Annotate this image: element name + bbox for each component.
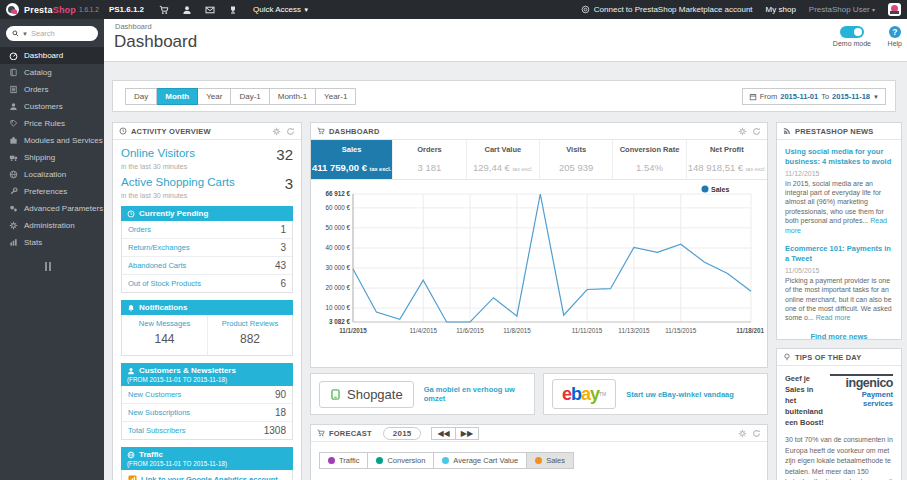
notification-header[interactable]: Product Reviews bbox=[207, 315, 292, 330]
trophy-icon[interactable] bbox=[228, 5, 238, 15]
kpi-sales[interactable]: Sales411 759,00 € tax excl. bbox=[311, 140, 392, 179]
avatar[interactable] bbox=[888, 3, 901, 16]
svg-text:60 000 €: 60 000 € bbox=[325, 204, 350, 211]
demo-mode-toggle[interactable] bbox=[840, 26, 864, 38]
prestashop-logo[interactable] bbox=[6, 3, 19, 16]
sidebar-item-advanced-parameters[interactable]: Advanced Parameters bbox=[0, 200, 104, 217]
row-label[interactable]: Return/Exchanges bbox=[128, 243, 190, 252]
customers-icon[interactable] bbox=[182, 5, 192, 15]
gear-icon bbox=[9, 221, 18, 230]
sidebar-item-label: Stats bbox=[24, 238, 42, 247]
sidebar-item-catalog[interactable]: Catalog bbox=[0, 64, 104, 81]
list-item[interactable]: New Customers90 bbox=[122, 386, 292, 404]
kpi-value: 148 918,51 € tax excl. bbox=[688, 162, 766, 173]
sidebar-item-stats[interactable]: Stats bbox=[0, 234, 104, 251]
prestashop-news-panel: PRESTASHOP NEWS Using social media for y… bbox=[776, 122, 902, 340]
row-label[interactable]: Out of Stock Products bbox=[128, 279, 201, 288]
gear-icon[interactable] bbox=[738, 127, 747, 136]
sidebar-item-modules-and-services[interactable]: Modules and Services bbox=[0, 132, 104, 149]
list-item[interactable]: Return/Exchanges3 bbox=[122, 239, 292, 257]
my-shop-link[interactable]: My shop bbox=[766, 5, 796, 14]
gear-icon[interactable] bbox=[272, 127, 281, 136]
help-icon[interactable]: ? bbox=[889, 26, 901, 38]
row-label[interactable]: New Subscriptions bbox=[128, 408, 190, 417]
row-label[interactable]: Orders bbox=[128, 225, 151, 234]
list-item[interactable]: New Subscriptions18 bbox=[122, 404, 292, 422]
range-button-year-1[interactable]: Year-1 bbox=[316, 88, 356, 105]
breadcrumb[interactable]: Dashboard bbox=[115, 22, 152, 31]
range-button-day-1[interactable]: Day-1 bbox=[231, 88, 269, 105]
refresh-icon[interactable] bbox=[286, 127, 295, 136]
shopgate-ad-link[interactable]: Ga mobiel en verhoog uw omzet bbox=[424, 385, 526, 403]
messages-icon[interactable] bbox=[205, 5, 215, 15]
sidebar-item-preferences[interactable]: Preferences bbox=[0, 183, 104, 200]
user-menu[interactable]: PrestaShop User ▾ bbox=[809, 5, 875, 14]
article-date: 11/12/2015 bbox=[785, 170, 893, 177]
sidebar-item-price-rules[interactable]: Price Rules bbox=[0, 115, 104, 132]
list-item[interactable]: Abandoned Carts43 bbox=[122, 257, 292, 275]
marketplace-link[interactable]: Connect to PrestaShop Marketplace accoun… bbox=[581, 5, 753, 14]
chevron-down-icon[interactable]: ▼ bbox=[22, 31, 28, 37]
kpi-conversion-rate[interactable]: Conversion Rate1.54% bbox=[612, 140, 685, 179]
sidebar-collapse-button[interactable] bbox=[45, 262, 104, 271]
range-button-year[interactable]: Year bbox=[198, 88, 231, 105]
shopgate-ad-panel: Shopgate Ga mobiel en verhoog uw omzet bbox=[310, 373, 535, 415]
sidebar-search[interactable]: ▼ bbox=[6, 26, 98, 41]
row-label[interactable]: New Customers bbox=[128, 390, 181, 399]
stat-label[interactable]: Online Visitors bbox=[121, 147, 195, 159]
notification-header[interactable]: New Messages bbox=[122, 315, 207, 330]
sidebar-item-customers[interactable]: Customers bbox=[0, 98, 104, 115]
gears-icon bbox=[9, 204, 18, 213]
forecast-panel: FORECAST 2015 ◀◀ ▶▶ TrafficConversionAve… bbox=[310, 424, 768, 480]
help-label: Help bbox=[888, 40, 902, 47]
quick-access-menu[interactable]: Quick Access ▼ bbox=[253, 5, 309, 14]
forecast-year[interactable]: 2015 bbox=[383, 427, 422, 440]
ebay-logo[interactable]: ebayTM bbox=[552, 379, 616, 409]
find-more-news-link[interactable]: Find more news bbox=[785, 332, 893, 341]
row-label[interactable]: Abandoned Carts bbox=[128, 261, 186, 270]
list-item[interactable]: Out of Stock Products6 bbox=[122, 275, 292, 292]
date-range-picker[interactable]: From2015-11-01 To2015-11-18 ▼ bbox=[742, 88, 886, 105]
forecast-toggle-conversion[interactable]: Conversion bbox=[368, 452, 434, 469]
shopgate-logo[interactable]: Shopgate bbox=[319, 381, 414, 408]
stat-label[interactable]: Active Shopping Carts bbox=[121, 176, 235, 188]
next-period-button[interactable]: ▶▶ bbox=[456, 427, 479, 440]
sidebar-item-shipping[interactable]: Shipping bbox=[0, 149, 104, 166]
sidebar-item-label: Customers bbox=[24, 102, 63, 111]
read-more-link[interactable]: Read more bbox=[785, 217, 887, 233]
gear-icon[interactable] bbox=[738, 429, 747, 438]
sidebar-item-localization[interactable]: Localization bbox=[0, 166, 104, 183]
article-title[interactable]: Ecommerce 101: Payments in a Tweet bbox=[785, 244, 893, 264]
sidebar-item-orders[interactable]: Orders bbox=[0, 81, 104, 98]
row-label[interactable]: Total Subscribers bbox=[128, 426, 186, 435]
kpi-visits[interactable]: Visits205 939 bbox=[539, 140, 612, 179]
refresh-icon[interactable] bbox=[752, 429, 761, 438]
ebay-letter: e bbox=[562, 384, 571, 404]
sidebar-item-administration[interactable]: Administration bbox=[0, 217, 104, 234]
forecast-toggle-traffic[interactable]: Traffic bbox=[319, 452, 368, 469]
svg-text:11/6/2015: 11/6/2015 bbox=[456, 327, 484, 334]
forecast-toggle-sales[interactable]: Sales bbox=[527, 452, 574, 469]
list-item[interactable]: Orders1 bbox=[122, 221, 292, 239]
read-more-link[interactable]: Read more bbox=[816, 314, 851, 321]
sidebar-item-dashboard[interactable]: Dashboard bbox=[0, 47, 104, 64]
range-button-month-1[interactable]: Month-1 bbox=[270, 88, 316, 105]
ebay-ad-link[interactable]: Start uw eBay-winkel vandaag bbox=[626, 390, 734, 399]
cart-icon[interactable] bbox=[159, 5, 169, 15]
previous-period-button[interactable]: ◀◀ bbox=[431, 427, 455, 440]
brand[interactable]: PrestaShop bbox=[24, 5, 76, 15]
kpi-net-profit[interactable]: Net Profit148 918,51 € tax excl. bbox=[686, 140, 767, 179]
search-input[interactable] bbox=[31, 29, 92, 38]
range-button-day[interactable]: Day bbox=[125, 88, 157, 105]
google-analytics-link[interactable]: Link to your Google Analytics account bbox=[121, 470, 293, 480]
forecast-toggle-average-cart-value[interactable]: Average Cart Value bbox=[434, 452, 527, 469]
article-title[interactable]: Using social media for your business: 4 … bbox=[785, 147, 893, 167]
kpi-cart-value[interactable]: Cart Value129,44 € tax excl. bbox=[466, 140, 539, 179]
refresh-icon[interactable] bbox=[752, 127, 761, 136]
range-button-month[interactable]: Month bbox=[157, 88, 198, 105]
kpi-value: 3 181 bbox=[394, 162, 464, 173]
puzzle-icon bbox=[9, 136, 18, 145]
kpi-orders[interactable]: Orders3 181 bbox=[392, 140, 465, 179]
page-title: Dashboard bbox=[114, 32, 197, 52]
list-item[interactable]: Total Subscribers1308 bbox=[122, 422, 292, 439]
